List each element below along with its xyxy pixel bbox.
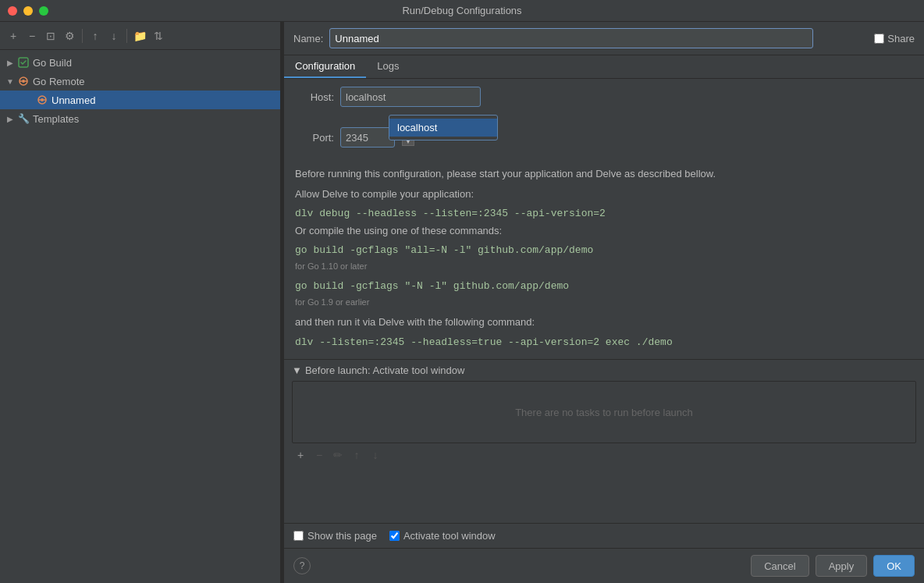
cmd2-note: for Go 1.10 or later: [295, 260, 913, 273]
go-remote-icon: [17, 75, 30, 87]
unnamed-label: Unnamed: [52, 94, 95, 106]
port-input[interactable]: [340, 127, 395, 148]
host-label: Host:: [295, 91, 334, 103]
cmd4: dlv --listen=:2345 --headless=true --api…: [295, 335, 913, 350]
move-down-button[interactable]: ↓: [105, 27, 123, 44]
sort-button[interactable]: ⇅: [150, 27, 167, 44]
window-title: Run/Debug Configurations: [402, 5, 521, 16]
show-page-option: Show this page: [293, 530, 377, 542]
host-port-section: Host: localhost Port: ▲ ▼: [284, 79, 924, 162]
add-config-button[interactable]: +: [5, 27, 22, 44]
bl-add-button[interactable]: +: [292, 446, 309, 464]
no-tasks-text: There are no tasks to run before launch: [515, 407, 693, 418]
footer: ? Cancel Apply OK: [284, 548, 924, 583]
allow-delve-label: Allow Delve to compile your application:: [295, 187, 913, 202]
name-input[interactable]: [329, 28, 813, 48]
unnamed-icon: [36, 94, 48, 106]
apply-button[interactable]: Apply: [816, 555, 868, 577]
tree-item-unnamed[interactable]: ▶ Unnamed: [0, 91, 280, 109]
bl-down-button[interactable]: ↓: [367, 446, 384, 464]
instruction-line1: Before running this configuration, pleas…: [295, 166, 913, 182]
templates-label: Templates: [33, 113, 79, 125]
or-compile-label: Or compile the using one of these comman…: [295, 223, 913, 239]
ok-button[interactable]: OK: [873, 555, 915, 577]
expand-arrow-go-build: ▶: [6, 59, 14, 66]
go-build-icon: [17, 56, 30, 69]
host-field-row: Host: localhost: [295, 87, 913, 107]
left-panel: + − ⊡ ⚙ ↑ ↓ 📁 ⇅ ▶ Go Build: [0, 22, 281, 583]
close-button[interactable]: [8, 6, 17, 16]
show-page-label: Show this page: [307, 530, 377, 542]
tree-item-go-build[interactable]: ▶ Go Build: [0, 53, 280, 72]
port-field-row: Port: ▲ ▼: [295, 127, 913, 148]
before-launch-section: ▼ Before launch: Activate tool window Th…: [284, 359, 924, 467]
cmd3-note: for Go 1.9 or earlier: [295, 296, 913, 309]
then-run-label: and then run it via Delve with the follo…: [295, 315, 913, 330]
share-row: Share: [874, 33, 915, 44]
config-content: Host: localhost Port: ▲ ▼: [284, 79, 924, 523]
bl-edit-button[interactable]: ✏: [329, 446, 346, 464]
go-remote-label: Go Remote: [33, 76, 84, 87]
tree-item-go-remote[interactable]: ▼ Go Remote: [0, 72, 280, 91]
before-launch-toolbar: + − ✏ ↑ ↓: [284, 443, 924, 467]
toolbar-separator-2: [126, 29, 127, 43]
cmd2: go build -gcflags "all=-N -l" github.com…: [295, 243, 913, 258]
share-checkbox[interactable]: [874, 34, 884, 44]
templates-icon: 🔧: [17, 112, 30, 125]
folder-button[interactable]: 📁: [131, 27, 148, 44]
titlebar: Run/Debug Configurations: [0, 0, 924, 22]
host-dropdown[interactable]: localhost: [389, 115, 498, 140]
share-label: Share: [887, 33, 915, 44]
help-button[interactable]: ?: [293, 557, 311, 574]
host-input-wrapper: localhost: [340, 87, 481, 107]
toolbar-separator: [82, 29, 83, 43]
bottom-options: Show this page Activate tool window: [284, 523, 924, 548]
config-toolbar: + − ⊡ ⚙ ↑ ↓ 📁 ⇅: [0, 22, 280, 50]
name-row: Name: Share: [284, 22, 924, 55]
expand-arrow-go-remote: ▼: [6, 77, 14, 85]
activate-window-label: Activate tool window: [403, 530, 496, 542]
remove-config-button[interactable]: −: [23, 27, 41, 44]
before-launch-arrow: ▼: [292, 364, 302, 376]
instructions: Before running this configuration, pleas…: [284, 162, 924, 359]
cmd3: go build -gcflags "-N -l" github.com/app…: [295, 279, 913, 294]
before-launch-title: Before launch: Activate tool window: [305, 364, 465, 376]
port-label: Port:: [295, 132, 334, 144]
window-controls[interactable]: [8, 6, 48, 16]
activate-window-option: Activate tool window: [389, 530, 496, 542]
svg-point-2: [22, 80, 25, 83]
expand-arrow-templates: ▶: [6, 115, 14, 123]
copy-config-button[interactable]: ⊡: [42, 27, 59, 44]
main-layout: + − ⊡ ⚙ ↑ ↓ 📁 ⇅ ▶ Go Build: [0, 22, 924, 583]
tabs-bar: Configuration Logs: [284, 55, 924, 79]
maximize-button[interactable]: [39, 6, 48, 16]
name-label: Name:: [293, 33, 323, 44]
settings-button[interactable]: ⚙: [61, 27, 78, 44]
host-input[interactable]: [340, 87, 481, 107]
cmd1: dlv debug --headless --listen=:2345 --ap…: [295, 206, 913, 222]
host-dropdown-item-localhost[interactable]: localhost: [389, 119, 497, 137]
move-up-button[interactable]: ↑: [87, 27, 104, 44]
show-page-checkbox[interactable]: [293, 531, 304, 541]
go-build-label: Go Build: [33, 57, 72, 69]
bl-up-button[interactable]: ↑: [348, 446, 365, 464]
tab-configuration[interactable]: Configuration: [284, 55, 366, 78]
activate-window-checkbox[interactable]: [389, 531, 400, 541]
bl-remove-button[interactable]: −: [311, 446, 328, 464]
before-launch-header[interactable]: ▼ Before launch: Activate tool window: [284, 360, 924, 381]
config-tree: ▶ Go Build ▼: [0, 50, 280, 583]
minimize-button[interactable]: [23, 6, 33, 16]
tree-item-templates[interactable]: ▶ 🔧 Templates: [0, 109, 280, 128]
tab-logs[interactable]: Logs: [366, 55, 410, 78]
svg-point-6: [41, 98, 44, 101]
before-launch-body: There are no tasks to run before launch: [292, 381, 916, 443]
cancel-button[interactable]: Cancel: [751, 555, 808, 577]
right-panel: Name: Share Configuration Logs Host:: [284, 22, 924, 583]
